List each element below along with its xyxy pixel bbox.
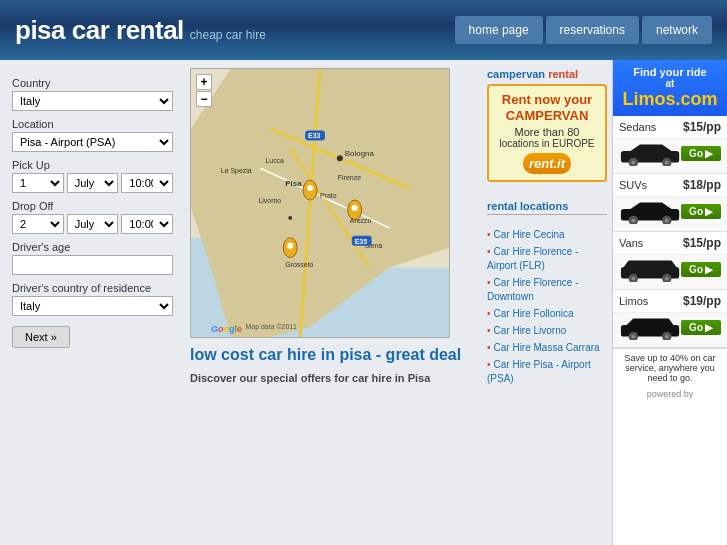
limo-price: $15/pp <box>683 236 721 250</box>
site-subtitle: cheap car hire <box>190 28 266 42</box>
rental-locations-heading: rental locations <box>487 200 607 215</box>
svg-text:Arezzo: Arezzo <box>350 217 372 224</box>
limos-ad-panel: Find your ride at Limos.com Sedans$15/pp… <box>612 60 727 545</box>
country-select[interactable]: Italy <box>12 91 173 111</box>
svg-text:Lucca: Lucca <box>265 157 284 164</box>
pickup-month-select[interactable]: July 2011 <box>67 173 119 193</box>
limo-price: $19/pp <box>683 294 721 308</box>
svg-text:Map data ©2011: Map data ©2011 <box>246 323 298 331</box>
center-panel: Bologna La Spezia Pisa Lucca Livorno Pra… <box>185 60 482 545</box>
svg-marker-52 <box>627 318 674 325</box>
limo-go-button[interactable]: Go ▶ <box>681 204 721 219</box>
car-icon <box>619 315 681 340</box>
svg-marker-40 <box>630 202 671 209</box>
campervan-ad-title: Rent now your CAMPERVAN <box>495 92 599 123</box>
svg-point-8 <box>337 155 343 161</box>
rental-list-link[interactable]: Car Hire Cecina <box>494 229 565 240</box>
zoom-in-button[interactable]: + <box>196 74 212 90</box>
car-icon <box>619 141 681 166</box>
rental-list-link[interactable]: Car Hire Follonica <box>494 308 574 319</box>
svg-point-48 <box>631 277 635 281</box>
deal-subtext: Discover our special offers for car hire… <box>190 372 477 384</box>
country-label: Country <box>12 77 173 89</box>
limo-go-button[interactable]: Go ▶ <box>681 262 721 277</box>
pickup-label: Pick Up <box>12 159 173 171</box>
car-icon <box>619 199 681 224</box>
main-content: Country Italy Location Pisa - Airport (P… <box>0 60 727 545</box>
svg-point-10 <box>288 216 292 220</box>
svg-text:Livorno: Livorno <box>258 197 281 204</box>
dropoff-label: Drop Off <box>12 200 173 212</box>
svg-point-36 <box>631 161 635 165</box>
rental-list-item: Car Hire Massa Carrara <box>487 340 607 354</box>
rental-list-item: Car Hire Florence - Airport (FLR) <box>487 244 607 272</box>
navigation: home page reservations network <box>455 16 712 44</box>
limo-category-label: Limos <box>619 295 679 307</box>
campervan-label: campervan rental <box>487 68 607 80</box>
driver-age-input[interactable] <box>12 255 173 275</box>
next-button[interactable]: Next » <box>12 326 70 348</box>
network-button[interactable]: network <box>642 16 712 44</box>
svg-point-50 <box>665 277 669 281</box>
google-logo-g: G <box>211 324 218 334</box>
svg-text:E33: E33 <box>308 133 320 140</box>
limo-row: Sedans$15/pp <box>613 116 727 139</box>
campervan-badge: rent.it <box>523 153 571 174</box>
limo-section: SUVs$18/ppGo ▶ <box>613 174 727 232</box>
home-page-button[interactable]: home page <box>455 16 543 44</box>
rental-list-link[interactable]: Car Hire Pisa - Airport (PSA) <box>487 359 591 384</box>
limo-car-row: Go ▶ <box>613 255 727 286</box>
location-select[interactable]: Pisa - Airport (PSA) <box>12 132 173 152</box>
google-logo: Google <box>211 324 242 334</box>
limo-row: Limos$19/pp <box>613 290 727 313</box>
rental-list-item: Car Hire Follonica <box>487 306 607 320</box>
rental-list-item: Car Hire Cecina <box>487 227 607 241</box>
rental-list-link[interactable]: Car Hire Florence - Airport (FLR) <box>487 246 579 271</box>
rental-list-item: Car Hire Pisa - Airport (PSA) <box>487 357 607 385</box>
limo-category-label: Sedans <box>619 121 679 133</box>
campervan-ad-locations: locations in EUROPE <box>495 138 599 149</box>
deal-subtext-prefix: Discover our special offers for <box>190 372 349 384</box>
dropoff-time-select[interactable]: 10:00 <box>121 214 173 234</box>
svg-point-42 <box>631 219 635 223</box>
svg-text:Grosseto: Grosseto <box>285 262 313 269</box>
limos-sections: Sedans$15/ppGo ▶SUVs$18/ppGo ▶Vans$15/pp… <box>613 116 727 348</box>
svg-marker-46 <box>624 260 677 267</box>
campervan-text: campervan <box>487 68 545 80</box>
limo-category-label: SUVs <box>619 179 679 191</box>
google-logo-e: e <box>237 324 242 334</box>
driver-age-label: Driver's age <box>12 241 173 253</box>
limo-category-label: Vans <box>619 237 679 249</box>
reservations-button[interactable]: reservations <box>546 16 639 44</box>
limo-go-button[interactable]: Go ▶ <box>681 146 721 161</box>
campervan-section: campervan rental Rent now your CAMPERVAN… <box>487 68 607 182</box>
rental-list-item: Car Hire Livorno <box>487 323 607 337</box>
campervan-ad[interactable]: Rent now your CAMPERVAN More than 80 loc… <box>487 84 607 182</box>
pickup-time-select[interactable]: 10:00 <box>121 173 173 193</box>
dropoff-day-select[interactable]: 2 <box>12 214 64 234</box>
limo-row: Vans$15/pp <box>613 232 727 255</box>
svg-point-15 <box>352 205 358 211</box>
svg-text:Pisa: Pisa <box>285 179 302 188</box>
limo-section: Sedans$15/ppGo ▶ <box>613 116 727 174</box>
limo-car-row: Go ▶ <box>613 313 727 344</box>
rental-list-link[interactable]: Car Hire Livorno <box>494 325 567 336</box>
rental-list-link[interactable]: Car Hire Florence - Downtown <box>487 277 579 302</box>
campervan-ad-sub: More than 80 <box>495 126 599 138</box>
svg-point-54 <box>631 335 635 339</box>
limos-header: Find your ride at Limos.com <box>613 60 727 116</box>
pickup-day-select[interactable]: 1 <box>12 173 64 193</box>
driver-residence-select[interactable]: Italy <box>12 296 173 316</box>
limos-powered-text: powered by <box>647 389 694 399</box>
header-branding: pisa car rental cheap car hire <box>15 15 266 46</box>
zoom-out-button[interactable]: − <box>196 91 212 107</box>
limos-brand: Limos.com <box>621 89 719 110</box>
header: pisa car rental cheap car hire home page… <box>0 0 727 60</box>
dropoff-row: 2 July 2011 10:00 <box>12 214 173 234</box>
deal-heading: low cost car hire in pisa - great deal <box>190 346 477 364</box>
rental-list-link[interactable]: Car Hire Massa Carrara <box>494 342 600 353</box>
svg-point-38 <box>665 161 669 165</box>
dropoff-month-select[interactable]: July 2011 <box>67 214 119 234</box>
limo-go-button[interactable]: Go ▶ <box>681 320 721 335</box>
rental-list-item: Car Hire Florence - Downtown <box>487 275 607 303</box>
